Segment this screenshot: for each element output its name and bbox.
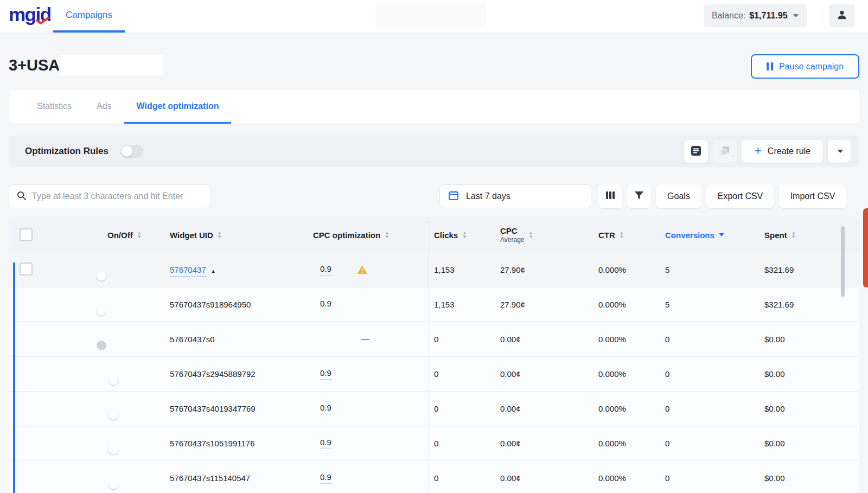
spent-value: $321.69 (764, 265, 794, 274)
optimization-rules-toggle[interactable] (120, 145, 143, 158)
search-input[interactable] (32, 191, 203, 201)
clicks-value: 0 (434, 369, 438, 379)
goals-label: Goals (667, 191, 690, 201)
plus-icon: + (754, 145, 761, 157)
row-checkbox[interactable] (20, 262, 33, 276)
export-csv-label: Export CSV (718, 191, 763, 201)
conversions-value: 0 (665, 335, 669, 344)
conversions-value: 0 (665, 439, 669, 448)
header-conversions-label[interactable]: Conversions (665, 231, 714, 240)
cpc-value: — (361, 334, 369, 345)
cpc-avg-value: 27.90¢ (500, 300, 525, 309)
cpc-value[interactable]: 0.9 (320, 264, 331, 276)
mgid-logo[interactable]: mgid (9, 4, 51, 25)
header-ctr-label: CTR (598, 231, 615, 240)
columns-icon (605, 190, 615, 202)
filter-button[interactable] (627, 184, 651, 208)
header-cpc-label: CPC (500, 226, 524, 236)
vertical-scrollbar[interactable] (841, 226, 845, 297)
optimization-rules-bar: Optimization Rules + Create rule (9, 136, 859, 167)
header-clicks-label: Clicks (434, 231, 458, 240)
copy-rules-button[interactable] (713, 140, 737, 163)
header-clicks: Clicks ▲▼ (429, 217, 489, 253)
sort-desc-icon (719, 233, 724, 236)
warning-icon (357, 265, 367, 274)
create-rule-button[interactable]: + Create rule (742, 140, 823, 163)
goals-button[interactable]: Goals (656, 184, 701, 208)
logo-check-icon (36, 7, 49, 29)
clicks-value: 1,153 (434, 300, 455, 309)
header-on-off: On/Off ▲▼ (43, 231, 170, 240)
widgets-table: On/Off ▲▼ Widget UID ▲▼ CPC optimization… (9, 217, 859, 493)
sort-icon[interactable]: ▲▼ (528, 231, 533, 239)
widget-uid: 57670437s115140547 (170, 473, 250, 483)
cpc-avg-value: 0.00¢ (500, 404, 521, 413)
cpc-value[interactable]: 0.9 (320, 299, 331, 310)
widget-uid: 57670437s918964950 (170, 300, 251, 309)
table-body: 57670437▲ 0.9 1,153 27.90¢ 0.000% 5 $321… (9, 253, 859, 493)
account-button[interactable] (829, 4, 855, 27)
group-indicator-bar (13, 262, 15, 493)
spent-value: $321.69 (764, 300, 794, 309)
cpc-avg-value: 0.00¢ (500, 473, 521, 483)
date-range-picker[interactable]: Last 7 days (439, 184, 591, 208)
header-cpc-optimization: CPC optimization ▲▼ (313, 231, 429, 240)
create-rule-dropdown-button[interactable] (828, 140, 851, 163)
tabs-bar: Statistics Ads Widget optimization (9, 90, 859, 124)
clicks-value: 0 (434, 335, 438, 344)
redacted-title-area (60, 55, 163, 75)
tab-widget-optimization-label: Widget optimization (137, 101, 219, 111)
cpc-avg-value: 0.00¢ (500, 439, 521, 448)
table-header-row: On/Off ▲▼ Widget UID ▲▼ CPC optimization… (9, 217, 859, 253)
nav-campaigns-label: Campaigns (66, 10, 112, 21)
pause-campaign-button[interactable]: Pause campaign (751, 54, 859, 79)
tab-ads[interactable]: Ads (84, 90, 124, 124)
clicks-value: 0 (434, 404, 438, 413)
cpc-avg-value: 27.90¢ (500, 265, 525, 274)
clicks-value: 0 (434, 439, 438, 448)
collapse-caret-icon[interactable]: ▲ (211, 268, 216, 274)
clicks-value: 0 (434, 473, 438, 483)
conversions-value: 5 (665, 265, 669, 274)
header-on-off-label: On/Off (107, 231, 133, 240)
conversions-value: 5 (665, 300, 669, 309)
ctr-value: 0.000% (598, 265, 626, 274)
widget-uid[interactable]: 57670437 (170, 265, 206, 277)
divider (821, 7, 821, 26)
cpc-value[interactable]: 0.9 (320, 403, 331, 414)
tab-statistics[interactable]: Statistics (24, 90, 84, 124)
funnel-icon (634, 190, 644, 202)
cpc-value[interactable]: 0.9 (320, 472, 331, 484)
sort-icon[interactable]: ▲▼ (218, 231, 222, 239)
sort-icon[interactable]: ▲▼ (792, 231, 796, 239)
tab-statistics-label: Statistics (37, 101, 72, 111)
columns-button[interactable] (598, 184, 622, 208)
copy-icon (719, 145, 730, 158)
nav-campaigns[interactable]: Campaigns (53, 0, 125, 33)
import-csv-button[interactable]: Import CSV (779, 184, 846, 208)
select-all-checkbox[interactable] (20, 228, 33, 241)
cpc-value[interactable]: 0.9 (320, 438, 331, 449)
sort-icon[interactable]: ▲▼ (620, 231, 624, 239)
sort-icon[interactable]: ▲▼ (385, 231, 389, 239)
sort-icon[interactable]: ▲▼ (137, 231, 142, 239)
pause-campaign-label: Pause campaign (779, 62, 844, 72)
cpc-avg-value: 0.00¢ (500, 369, 521, 379)
export-csv-button[interactable]: Export CSV (706, 184, 774, 208)
spent-value: $0.00 (764, 335, 785, 344)
balance-value: $1,711.95 (749, 11, 787, 21)
rules-log-button[interactable] (684, 140, 708, 163)
sort-icon[interactable]: ▲▼ (462, 231, 467, 239)
edge-side-tab[interactable] (863, 208, 868, 287)
pause-icon (767, 62, 773, 71)
tab-widget-optimization[interactable]: Widget optimization (124, 90, 232, 124)
cpc-avg-value: 0.00¢ (500, 335, 521, 344)
import-csv-label: Import CSV (790, 191, 835, 201)
header-cpc-average: CPC Average ▲▼ (489, 226, 591, 244)
balance-dropdown[interactable]: Balance: $1,711.95 (704, 4, 807, 27)
widget-uid: 57670437s4019347769 (170, 404, 256, 413)
spent-value: $0.00 (764, 473, 785, 483)
top-bar: mgid Campaigns Balance: $1,711.95 (0, 0, 868, 33)
cpc-value[interactable]: 0.9 (320, 368, 331, 380)
header-widget-uid: Widget UID ▲▼ (170, 231, 313, 240)
